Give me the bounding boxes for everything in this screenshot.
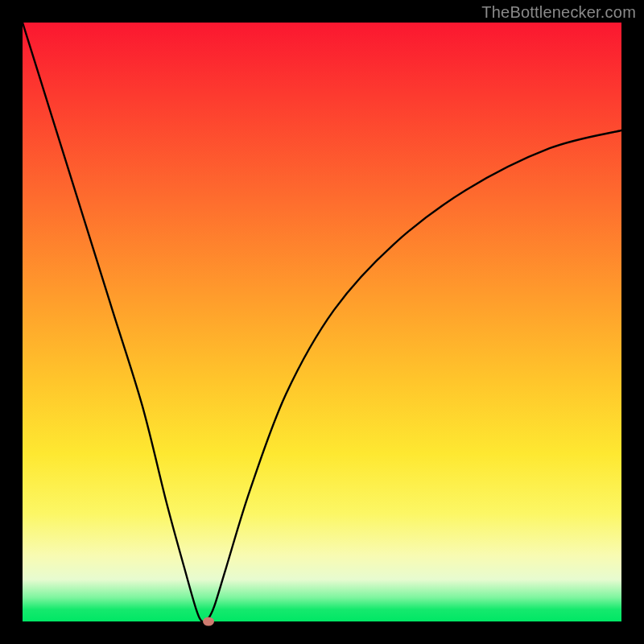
optimum-marker bbox=[203, 617, 214, 626]
chart-frame: TheBottlenecker.com bbox=[0, 0, 644, 644]
watermark-text: TheBottlenecker.com bbox=[481, 3, 636, 22]
curve-svg bbox=[23, 23, 621, 621]
bottleneck-curve-path bbox=[23, 23, 621, 621]
plot-area bbox=[23, 23, 621, 621]
